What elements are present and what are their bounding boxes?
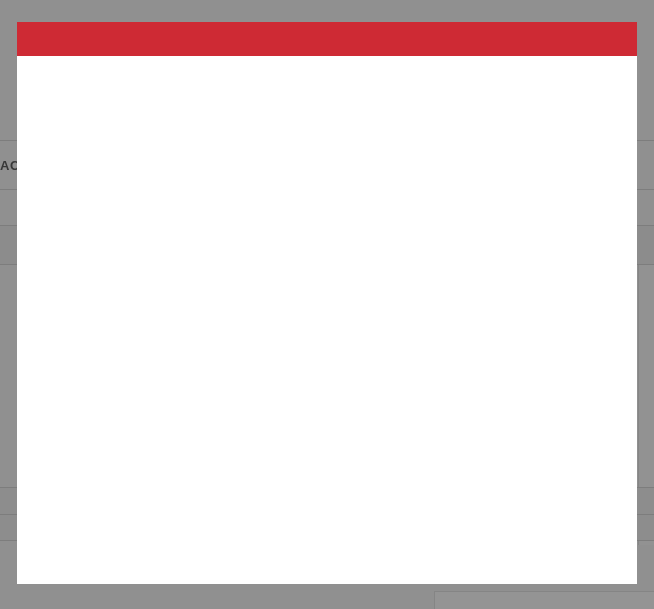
modal-header: [17, 22, 637, 56]
modal-body: [17, 56, 637, 584]
modal-dialog: [17, 22, 637, 584]
